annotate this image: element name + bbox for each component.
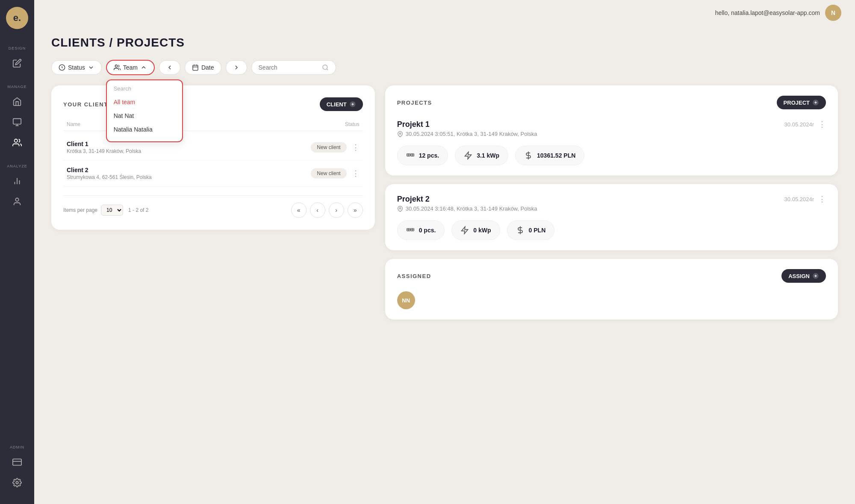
section-label-design: DESIGN <box>9 46 26 50</box>
sidebar-icon-billing[interactable] <box>8 453 27 472</box>
client-name-1: Client 1 <box>67 141 311 147</box>
dollar-icon <box>524 151 533 160</box>
search-input[interactable] <box>259 64 318 71</box>
sidebar-icon-clients[interactable] <box>8 133 27 152</box>
client-status-2: New client <box>311 168 346 179</box>
pagination: Items per page 10 25 50 1 - 2 of 2 « ‹ ›… <box>63 195 363 218</box>
projekt-2-panels: 0 pcs. <box>397 220 445 240</box>
add-client-button[interactable]: CLIENT <box>320 97 363 111</box>
search-bar <box>251 60 336 75</box>
client-addr-1: Krótka 3, 31-149 Kraków, Polska <box>67 148 311 154</box>
team-option-natnat[interactable]: Nat Nat <box>107 109 182 123</box>
projekt-1-menu[interactable]: ⋮ <box>818 120 826 129</box>
clients-card: YOUR CLIENTS CLIENT Name Status Client 1 <box>51 85 375 230</box>
col-header-status: Status <box>345 121 360 127</box>
page-title: CLIENTS / PROJECTS <box>51 36 838 50</box>
projects-column: PROJECTS PROJECT Projekt 1 30.05.2024r <box>385 85 838 319</box>
pagination-next-btn[interactable]: › <box>329 202 344 218</box>
projects-card-title: PROJECTS <box>397 100 432 106</box>
table-row: Client 2 Strumykowa 4, 62-561 Ślesin, Po… <box>63 161 363 187</box>
sidebar-icon-user[interactable] <box>8 192 27 211</box>
svg-marker-32 <box>465 152 472 159</box>
projekt-1-title: Projekt 1 <box>397 120 430 129</box>
svg-point-34 <box>399 208 401 209</box>
client-addr-2: Strumykowa 4, 62-561 Ślesin, Polska <box>67 174 311 180</box>
projekt-2-panels-value: 0 pcs. <box>419 227 436 234</box>
client-row-menu-2[interactable]: ⋮ <box>352 169 360 178</box>
section-label-admin: ADMIN <box>10 445 24 449</box>
svg-point-25 <box>399 133 401 135</box>
dollar-icon-2 <box>516 226 525 234</box>
projekt-2-price-value: 0 PLN <box>529 227 546 234</box>
assigned-avatar: NN <box>397 291 415 309</box>
team-filter-btn[interactable]: Team <box>106 60 155 75</box>
projekt-1-panels: 12 pcs. <box>397 146 448 165</box>
pagination-prev-btn[interactable]: ‹ <box>310 202 325 218</box>
svg-rect-0 <box>13 119 21 124</box>
app-logo[interactable]: e. <box>6 7 28 29</box>
projekt-2-card: Projekt 2 30.05.2024r ⋮ 30.05.2024 3:16:… <box>385 184 838 250</box>
svg-point-12 <box>115 65 117 67</box>
team-option-natalia[interactable]: Natalia Natalia <box>107 123 182 136</box>
sidebar-section-manage: MANAGE <box>0 78 34 154</box>
panels-icon-2 <box>406 226 415 234</box>
pagination-first-btn[interactable]: « <box>291 202 307 218</box>
sidebar-icon-home[interactable] <box>8 92 27 111</box>
sidebar: e. DESIGN MANAGE ANALYZE ADMIN <box>0 0 34 504</box>
date-prev-btn[interactable] <box>159 60 180 75</box>
projects-header-card: PROJECTS PROJECT Projekt 1 30.05.2024r <box>385 85 838 176</box>
sidebar-icon-settings[interactable] <box>8 473 27 492</box>
projekt-1-address: 30.05.2024 3:05:51, Krótka 3, 31-149 Kra… <box>406 131 537 137</box>
sidebar-section-design: DESIGN <box>0 39 34 74</box>
team-dropdown-search-label: Search <box>107 85 182 95</box>
projekt-1-power-value: 3.1 kWp <box>477 152 499 159</box>
location-icon-2 <box>397 206 403 212</box>
team-option-all[interactable]: All team <box>107 95 182 109</box>
items-per-page-select[interactable]: 10 25 50 <box>101 205 123 216</box>
projekt-1-power: 3.1 kWp <box>455 146 508 165</box>
svg-point-3 <box>15 139 18 142</box>
plus-icon <box>812 273 819 279</box>
date-next-btn[interactable] <box>226 60 247 75</box>
search-icon <box>322 64 329 71</box>
section-label-analyze: ANALYZE <box>7 164 27 168</box>
main-content: hello, natalia.lapot@easysolar-app.com N… <box>34 0 855 504</box>
clients-card-title: YOUR CLIENTS <box>63 101 112 108</box>
date-filter-btn[interactable]: Date <box>185 60 221 75</box>
location-icon <box>397 131 403 137</box>
svg-point-17 <box>323 65 327 70</box>
assigned-card-header: ASSIGNED ASSIGN <box>397 269 826 283</box>
add-project-button[interactable]: PROJECT <box>777 96 826 109</box>
client-row-menu-1[interactable]: ⋮ <box>352 143 360 152</box>
projekt-1-panels-value: 12 pcs. <box>419 152 439 159</box>
user-avatar: N <box>825 5 841 21</box>
content-area: CLIENTS / PROJECTS Status Team Search Al… <box>34 26 855 504</box>
assigned-card: ASSIGNED ASSIGN NN <box>385 259 838 319</box>
sidebar-section-analyze: ANALYZE <box>0 157 34 213</box>
projekt-2-menu[interactable]: ⋮ <box>818 194 826 204</box>
projects-card-header: PROJECTS PROJECT <box>397 96 826 109</box>
items-per-page-label: Items per page <box>63 207 97 213</box>
svg-marker-41 <box>462 227 468 234</box>
projekt-1-price-value: 10361.52 PLN <box>537 152 575 159</box>
svg-rect-13 <box>193 65 198 70</box>
projekt-2-title: Projekt 2 <box>397 195 430 204</box>
projekt-2-power: 0 kWp <box>451 220 500 240</box>
projekt-1-price: 10361.52 PLN <box>515 146 584 165</box>
projekt-2-address: 30.05.2024 3:16:48, Krótka 3, 31-149 Kra… <box>406 205 537 212</box>
assign-button[interactable]: ASSIGN <box>781 269 826 283</box>
section-label-manage: MANAGE <box>7 85 27 89</box>
client-status-1: New client <box>311 142 346 152</box>
svg-rect-8 <box>13 459 21 466</box>
status-filter-btn[interactable]: Status <box>51 60 102 75</box>
pagination-last-btn[interactable]: » <box>348 202 363 218</box>
sidebar-icon-solar[interactable] <box>8 113 27 132</box>
sidebar-icon-chart[interactable] <box>8 172 27 190</box>
projekt-2-power-value: 0 kWp <box>473 227 491 234</box>
sidebar-section-admin: ADMIN <box>0 438 34 494</box>
sidebar-icon-design[interactable] <box>8 54 27 73</box>
projekt-2-date: 30.05.2024r <box>784 196 814 202</box>
plus-icon <box>349 101 356 108</box>
user-greeting: hello, natalia.lapot@easysolar-app.com <box>715 9 820 16</box>
plus-icon <box>812 99 819 106</box>
